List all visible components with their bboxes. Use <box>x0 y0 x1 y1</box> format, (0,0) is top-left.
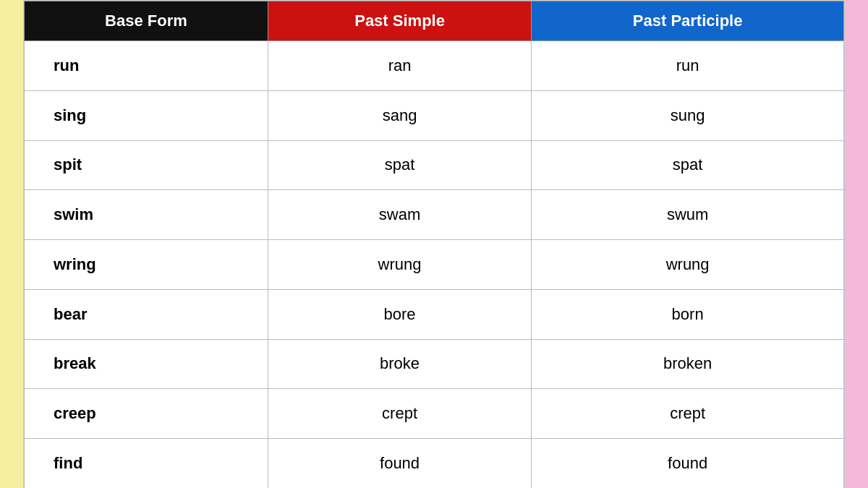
cell-past-simple: broke <box>268 339 531 389</box>
table-row: runranrun <box>25 41 844 91</box>
header-past-participle: Past Participle <box>532 1 844 41</box>
cell-past-simple: wrung <box>268 240 531 290</box>
cell-base-form: bear <box>25 289 268 339</box>
table-row: findfoundfound <box>25 439 844 488</box>
cell-past-simple: found <box>268 439 531 488</box>
table-row: creepcreptcrept <box>25 389 844 439</box>
cell-past-participle: sung <box>532 90 844 140</box>
page-wrapper: Base Form Past Simple Past Participle ru… <box>0 0 868 488</box>
cell-past-simple: crept <box>268 389 531 439</box>
cell-past-simple: sang <box>268 90 531 140</box>
table-row: singsangsung <box>25 90 844 140</box>
table-row: wringwrungwrung <box>25 240 844 290</box>
left-sidebar <box>0 0 23 488</box>
table-container: Base Form Past Simple Past Participle ru… <box>23 0 845 488</box>
cell-base-form: find <box>25 439 268 488</box>
cell-base-form: creep <box>25 389 268 439</box>
table-row: bearboreborn <box>25 289 844 339</box>
cell-base-form: wring <box>25 240 268 290</box>
cell-past-participle: crept <box>532 389 844 439</box>
cell-past-simple: ran <box>268 41 531 91</box>
header-past-simple: Past Simple <box>268 1 531 41</box>
cell-past-participle: born <box>532 289 844 339</box>
cell-base-form: spit <box>25 140 268 190</box>
cell-past-participle: run <box>532 41 844 91</box>
table-row: swimswamswum <box>25 190 844 240</box>
cell-past-participle: broken <box>532 339 844 389</box>
cell-past-simple: bore <box>268 289 531 339</box>
right-sidebar <box>845 0 868 488</box>
cell-past-simple: spat <box>268 140 531 190</box>
header-base-form: Base Form <box>25 1 268 41</box>
table-row: breakbrokebroken <box>25 339 844 389</box>
irregular-verbs-table: Base Form Past Simple Past Participle ru… <box>24 1 844 488</box>
cell-past-simple: swam <box>268 190 531 240</box>
cell-past-participle: found <box>532 439 844 488</box>
cell-base-form: break <box>25 339 268 389</box>
cell-base-form: swim <box>25 190 268 240</box>
cell-past-participle: spat <box>532 140 844 190</box>
cell-base-form: run <box>25 41 268 91</box>
cell-past-participle: wrung <box>532 240 844 290</box>
cell-past-participle: swum <box>532 190 844 240</box>
table-row: spitspatspat <box>25 140 844 190</box>
cell-base-form: sing <box>25 90 268 140</box>
